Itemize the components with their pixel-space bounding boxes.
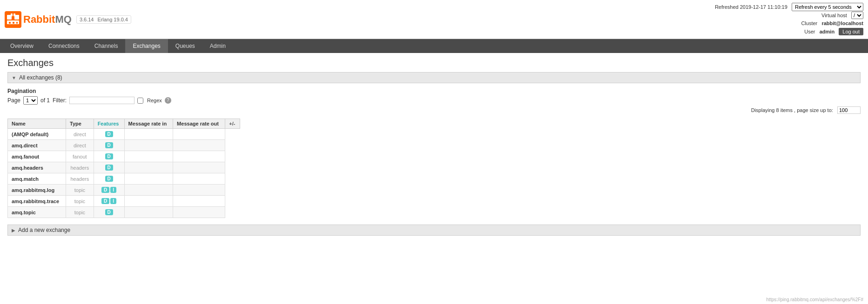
svg-rect-4 [11,13,13,16]
exchange-features-cell: DI [94,196,124,207]
rate-in-cell [124,207,173,218]
add-exchange-section[interactable]: ▶ Add a new exchange [7,225,861,236]
feature-badge-d: D [105,153,113,159]
page-select[interactable]: 1 [23,96,38,105]
table-row: amq.topictopicD [8,207,240,218]
col-header-name: Name [8,119,66,129]
rate-out-cell [173,151,225,162]
virtual-host-row: Virtual host / [715,12,863,20]
feature-badge-d: D [101,187,109,193]
exchange-name-link[interactable]: amq.rabbitmq.log [12,187,54,193]
filter-label: Filter: [53,97,67,104]
exchange-name-cell: (AMQP default) [8,129,66,140]
rate-in-cell [124,196,173,207]
cluster-row: Cluster rabbit@localhost [715,20,863,28]
regex-help-icon[interactable]: ? [165,97,171,104]
displaying-label: Displaying 8 items , page size up to: [751,107,833,113]
exchange-name-link[interactable]: amq.topic [12,210,36,215]
feature-badge-d: D [105,142,113,148]
virtual-host-select[interactable]: / [851,12,863,19]
exchange-type-cell: headers [66,162,94,173]
page-label: Page [7,97,20,104]
header: RabbitMQ 3.6.14 Erlang 19.0.4 Refreshed … [0,0,868,39]
exchange-type-cell: direct [66,129,94,140]
page-size-input[interactable] [837,106,861,114]
exchanges-table: Name Type Features Message rate in Messa… [7,119,240,218]
col-header-rate-in: Message rate in [124,119,173,129]
all-exchanges-section[interactable]: ▼ All exchanges (8) [7,72,861,83]
virtual-host-label: Virtual host [821,13,847,18]
user-value: admin [820,29,834,34]
exchange-features-cell: D [94,129,124,140]
svg-rect-7 [13,22,14,24]
rabbitmq-logo-icon [5,11,21,28]
exchange-name-link[interactable]: amq.direct [12,143,38,148]
pagination-controls: Page 1 of 1 Filter: Regex ? [7,96,861,105]
exchange-name-link[interactable]: amq.fanout [12,154,39,159]
rate-in-cell [124,173,173,185]
rate-out-cell [173,207,225,218]
all-exchanges-label: All exchanges (8) [19,74,62,81]
nav-item-queues[interactable]: Queues [168,39,202,53]
nav-item-overview[interactable]: Overview [3,39,41,53]
rate-out-cell [173,196,225,207]
svg-rect-8 [16,22,18,24]
refresh-row: Refreshed 2019-12-17 11:10:19 Refresh ev… [715,3,863,12]
feature-badge-d: D [105,131,113,137]
feature-badge-d: D [105,209,113,215]
nav-item-exchanges[interactable]: Exchanges [125,39,168,53]
exchange-features-cell: DI [94,185,124,196]
feature-badge-d: D [101,198,109,204]
main-nav: Overview Connections Channels Exchanges … [0,39,868,53]
logo-text: RabbitMQ [23,13,72,26]
nav-item-channels[interactable]: Channels [87,39,126,53]
top-right-info: Refreshed 2019-12-17 11:10:19 Refresh ev… [715,3,863,36]
exchange-name-cell: amq.direct [8,140,66,151]
collapse-triangle-icon: ▼ [12,75,16,80]
exchange-features-cell: D [94,162,124,173]
exchange-name-cell: amq.topic [8,207,66,218]
col-header-plusminus[interactable]: +/- [225,119,240,129]
rate-out-cell [173,162,225,173]
table-row: amq.directdirectD [8,140,240,151]
logo-area: RabbitMQ 3.6.14 Erlang 19.0.4 [5,11,131,28]
display-info: Displaying 8 items , page size up to: [751,106,861,114]
logo: RabbitMQ [5,11,72,28]
exchange-type-cell: topic [66,196,94,207]
exchange-name-link[interactable]: amq.match [12,176,39,182]
cluster-value: rabbit@localhost [821,20,863,26]
exchange-type-cell: direct [66,140,94,151]
pagination-section: Pagination Page 1 of 1 Filter: Regex ? D… [7,88,861,114]
svg-rect-5 [13,13,15,16]
nav-item-admin[interactable]: Admin [202,39,233,53]
feature-badge-d: D [105,176,113,182]
rate-out-cell [173,129,225,140]
col-header-rate-out: Message rate out [173,119,225,129]
rate-out-cell [173,185,225,196]
exchange-type-cell: topic [66,207,94,218]
refresh-select[interactable]: Refresh every 5 seconds Refresh every 10… [792,3,863,11]
table-row: (AMQP default)directD [8,129,240,140]
filter-input[interactable] [69,97,135,104]
exchange-name-link[interactable]: amq.headers [12,165,43,171]
exchange-name-cell: amq.rabbitmq.log [8,185,66,196]
main-content: Exchanges ▼ All exchanges (8) Pagination… [0,53,868,240]
exchange-name-link[interactable]: (AMQP default) [12,132,48,137]
rate-in-cell [124,140,173,151]
logout-button[interactable]: Log out [839,28,863,35]
pagination-label: Pagination [7,88,36,94]
col-header-features: Features [94,119,124,129]
cluster-label: Cluster [801,20,817,26]
rate-out-cell [173,173,225,185]
exchange-name-cell: amq.fanout [8,151,66,162]
exchange-features-cell: D [94,140,124,151]
exchange-name-link[interactable]: amq.rabbitmq.trace [12,198,59,204]
regex-checkbox[interactable] [137,98,143,104]
exchange-type-cell: topic [66,185,94,196]
nav-item-connections[interactable]: Connections [41,39,87,53]
refreshed-text: Refreshed 2019-12-17 11:10:19 [715,4,787,10]
erlang-version: Erlang 19.0.4 [98,17,128,22]
rate-out-cell [173,140,225,151]
exchange-name-cell: amq.headers [8,162,66,173]
add-exchange-label: Add a new exchange [18,227,70,233]
